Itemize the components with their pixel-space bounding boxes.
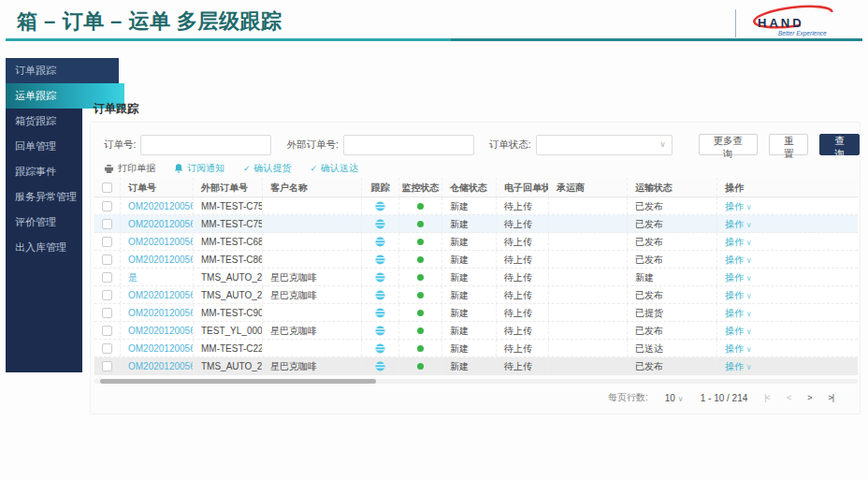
track-globe-icon[interactable] xyxy=(375,290,385,300)
order-number-link[interactable]: OM202012005698... xyxy=(128,201,194,211)
warehouse-status: 新建 xyxy=(442,215,497,232)
row-actions-dropdown[interactable]: 操作 ∨ xyxy=(725,201,752,211)
row-actions-dropdown[interactable]: 操作 ∨ xyxy=(725,343,752,354)
sidebar-item-order-tracking[interactable]: 订单跟踪 xyxy=(6,58,119,83)
carrier xyxy=(549,197,628,214)
receipt-status: 待上传 xyxy=(497,340,549,356)
warehouse-status: 新建 xyxy=(442,322,497,339)
external-order-no-input[interactable] xyxy=(343,135,474,155)
row-checkbox[interactable] xyxy=(94,197,121,214)
order-number-link[interactable]: OM202012005681 xyxy=(128,326,194,336)
row-checkbox[interactable] xyxy=(94,340,121,356)
search-bar: 订单号: 外部订单号: 订单状态: ∨ 更多查询 重置 查询 xyxy=(104,134,860,155)
orders-table: 订单号外部订单号客户名称跟踪监控状态仓储状态电子回单状态承运商运输状态操作 OM… xyxy=(94,178,858,375)
carrier xyxy=(549,233,628,250)
external-order-number: MM-TEST-C869 xyxy=(194,251,263,268)
receipt-status: 待上传 xyxy=(497,286,549,303)
first-page-button[interactable]: |< xyxy=(764,393,770,402)
more-query-button[interactable]: 更多查询 xyxy=(699,134,758,155)
horizontal-scrollbar[interactable] xyxy=(94,379,858,384)
chevron-down-icon: ∨ xyxy=(746,274,752,283)
row-checkbox[interactable] xyxy=(94,269,121,285)
column-header-9: 操作 xyxy=(717,178,858,196)
monitor-status-dot xyxy=(399,215,442,232)
row-actions-dropdown[interactable]: 操作 ∨ xyxy=(725,219,752,229)
row-checkbox[interactable] xyxy=(94,251,121,268)
row-checkbox[interactable] xyxy=(94,304,121,321)
subscribe-notification-button[interactable]: 订阅通知 xyxy=(174,162,224,175)
external-order-number: TMS_AUTO_2020... xyxy=(194,286,263,303)
warehouse-status: 新建 xyxy=(442,233,497,250)
confirm-delivery-button[interactable]: ✓确认送达 xyxy=(311,162,359,175)
sidebar-item-receipt-management[interactable]: 回单管理 xyxy=(6,134,82,159)
order-number-link[interactable]: 是 xyxy=(128,272,137,283)
row-checkbox[interactable] xyxy=(94,322,121,339)
monitor-status-dot xyxy=(399,340,442,356)
order-number-link[interactable]: OM202012005676 xyxy=(128,361,194,371)
chevron-down-icon: ∨ xyxy=(746,292,752,300)
transport-status: 已发布 xyxy=(628,322,717,339)
reset-button[interactable]: 重置 xyxy=(769,134,809,155)
sidebar-item-container-cargo-tracking[interactable]: 箱货跟踪 xyxy=(6,109,82,134)
track-globe-icon[interactable] xyxy=(375,219,385,229)
transport-status: 已发布 xyxy=(628,197,717,214)
receipt-status: 待上传 xyxy=(497,233,549,250)
sidebar-item-warehouse-in-out-management[interactable]: 出入库管理 xyxy=(6,235,82,260)
order-number-link[interactable]: OM202012005686 xyxy=(128,290,194,300)
monitor-status-dot xyxy=(399,269,442,285)
external-order-number: MM-TEST-C904 xyxy=(194,304,263,321)
track-globe-icon[interactable] xyxy=(375,201,385,211)
confirm-pickup-button[interactable]: ✓确认提货 xyxy=(243,162,292,175)
track-globe-icon[interactable] xyxy=(375,255,385,265)
chevron-down-icon: ∨ xyxy=(746,256,752,265)
row-actions-dropdown[interactable]: 操作 ∨ xyxy=(725,308,752,318)
sidebar-item-tracking-events[interactable]: 跟踪事件 xyxy=(6,159,82,184)
scrollbar-thumb[interactable] xyxy=(100,379,376,384)
order-number-link[interactable]: OM202012005682 xyxy=(128,308,194,318)
row-checkbox[interactable] xyxy=(94,233,121,250)
external-order-no-label: 外部订单号: xyxy=(286,138,338,152)
order-no-input[interactable] xyxy=(140,135,271,155)
row-checkbox[interactable] xyxy=(94,215,121,232)
monitor-status-dot xyxy=(399,357,442,374)
row-actions-dropdown[interactable]: 操作 ∨ xyxy=(725,272,752,283)
order-number-link[interactable]: OM202012005695 xyxy=(128,237,194,247)
sidebar-item-service-exception-management[interactable]: 服务异常管理 xyxy=(6,184,82,210)
order-status-select[interactable]: ∨ xyxy=(536,135,673,155)
row-checkbox[interactable] xyxy=(94,286,121,303)
track-globe-icon[interactable] xyxy=(375,308,385,318)
select-all-checkbox[interactable] xyxy=(94,178,121,196)
print-receipts-button[interactable]: 打印单据 xyxy=(104,162,155,175)
receipt-status: 待上传 xyxy=(497,304,549,321)
track-globe-icon[interactable] xyxy=(375,237,385,247)
transport-status: 新建 xyxy=(628,269,717,285)
query-button[interactable]: 查询 xyxy=(819,134,860,155)
track-globe-icon[interactable] xyxy=(375,326,385,336)
order-number-link[interactable]: OM202012005694 xyxy=(128,255,194,265)
prev-page-button[interactable]: < xyxy=(787,393,790,402)
row-actions-dropdown[interactable]: 操作 ∨ xyxy=(725,237,752,247)
external-order-number: TMS_AUTO_2020... xyxy=(194,269,263,285)
row-actions-dropdown[interactable]: 操作 ∨ xyxy=(725,290,752,300)
page-size-select[interactable]: 10∨ xyxy=(665,393,684,403)
track-globe-icon[interactable] xyxy=(375,272,385,283)
carrier xyxy=(549,215,628,232)
row-checkbox[interactable] xyxy=(94,357,121,374)
order-number-link[interactable]: OM202012005698... xyxy=(128,219,194,229)
row-actions-dropdown[interactable]: 操作 ∨ xyxy=(725,255,752,265)
row-actions-dropdown[interactable]: 操作 ∨ xyxy=(725,361,752,371)
column-header-5: 仓储状态 xyxy=(442,178,497,196)
last-page-button[interactable]: >| xyxy=(828,393,833,402)
sidebar-item-evaluation-management[interactable]: 评价管理 xyxy=(6,210,82,235)
order-number-link[interactable]: OM202012005677 xyxy=(128,343,194,354)
column-header-3: 跟踪 xyxy=(362,178,399,196)
row-actions-dropdown[interactable]: 操作 ∨ xyxy=(725,326,752,336)
column-header-0: 订单号 xyxy=(121,178,194,196)
chevron-down-icon: ∨ xyxy=(678,395,684,403)
printer-icon xyxy=(104,164,114,174)
track-globe-icon[interactable] xyxy=(375,361,385,371)
order-no-label: 订单号: xyxy=(104,138,136,152)
track-globe-icon[interactable] xyxy=(375,343,385,354)
next-page-button[interactable]: > xyxy=(807,393,811,402)
external-order-number: TMS_AUTO_2020... xyxy=(194,357,263,374)
